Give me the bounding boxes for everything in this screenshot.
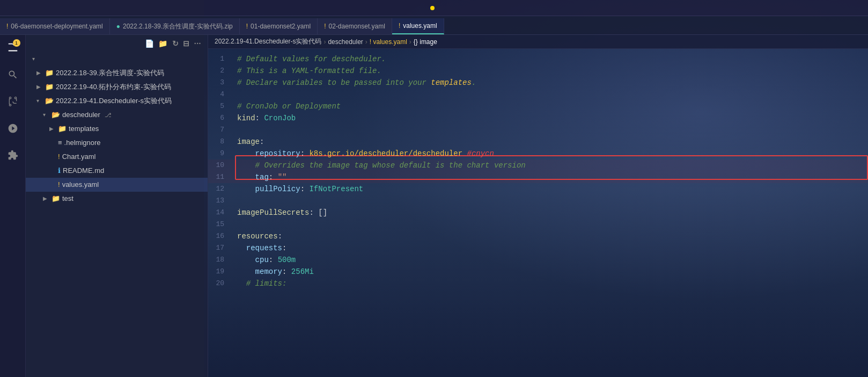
code-line-19: 19 memory: 256Mi	[208, 266, 868, 278]
tab-label: 02-daemonset.yaml	[329, 23, 385, 30]
bc-descheduler[interactable]: descheduler	[328, 38, 363, 46]
tab-label: 2022.2.18-39.亲合性调度-实验代码.zip	[123, 22, 233, 31]
new-folder-icon[interactable]: 📁	[158, 39, 168, 48]
code-line-16: 16 resources:	[208, 230, 868, 242]
refresh-icon[interactable]: ↻	[172, 39, 179, 48]
tab-bar: !06-daemonset-deployment.yaml●2022.2.18-…	[0, 16, 868, 35]
ln-14: 14	[208, 207, 235, 219]
lc-12: pullPolicy: IfNotPresent	[235, 183, 868, 195]
tree-arrow-yaml: ▾	[32, 53, 39, 65]
code-line-3: 3 # Declare variables to be passed into …	[208, 77, 868, 89]
code-line-15: 15	[208, 219, 868, 230]
tree-label-chart: Chart.yaml	[62, 151, 96, 163]
more-icon[interactable]: ···	[194, 39, 201, 48]
tab-warn-icon: !	[246, 23, 248, 30]
tree-label-readme: README.md	[63, 165, 104, 177]
bc-sep-2: ›	[365, 38, 367, 46]
tab-tab1[interactable]: !06-daemonset-deployment.yaml	[0, 18, 110, 34]
code-line-13: 13	[208, 195, 868, 207]
folder-icon-2: 📁	[45, 81, 54, 93]
ln-3: 3	[208, 77, 235, 89]
tab-label: 01-daemonset2.yaml	[251, 23, 311, 30]
bc-folder[interactable]: 2022.2.19-41.Descheduler-s实验代码	[215, 37, 321, 46]
file-icon-chart: !	[58, 151, 60, 163]
file-icon-values: !	[58, 179, 60, 191]
tree-item-2[interactable]: ▶ 📁 2022.2.19-40.拓扑分布约束-实验代码	[26, 80, 208, 94]
tree-item-1[interactable]: ▶ 📁 2022.2.18-39.亲合性调度-实验代码	[26, 66, 208, 80]
tree-item-3[interactable]: ▾ 📂 2022.2.19-41.Descheduler-s实验代码	[26, 94, 208, 108]
ln-18: 18	[208, 254, 235, 266]
tab-label: 06-daemonset-deployment.yaml	[11, 23, 102, 30]
bc-values[interactable]: ! values.yaml	[370, 38, 407, 46]
tree-label-descheduler: descheduler	[62, 109, 100, 121]
activity-bar: 1	[0, 35, 26, 377]
lc-17: requests:	[235, 242, 868, 254]
tree-item-chart[interactable]: ▶ ! Chart.yaml	[26, 150, 208, 164]
code-line-8: 8 image:	[208, 136, 868, 148]
ln-11: 11	[208, 171, 235, 183]
main-area: 1	[0, 35, 868, 377]
ln-5: 5	[208, 100, 235, 112]
lc-16: resources:	[235, 230, 868, 242]
activity-debug[interactable]	[4, 120, 21, 137]
tree-item-test[interactable]: ▶ 📁 test	[26, 192, 208, 206]
sidebar-header: 📄 📁 ↻ ⊟ ···	[26, 35, 208, 52]
lc-1: # Default values for descheduler.	[235, 53, 868, 65]
tree-item-values[interactable]: ▶ ! values.yaml	[26, 178, 208, 192]
arrow-templates: ▶	[49, 123, 56, 135]
tab-tab4[interactable]: !02-daemonset.yaml	[318, 18, 392, 34]
lc-9: repository: k8s.gcr.io/descheduler/desch…	[235, 148, 868, 160]
lc-8: image:	[235, 136, 868, 148]
tree-item-helmignore[interactable]: ▶ ≡ .helmignore	[26, 136, 208, 150]
ln-9: 9	[208, 148, 235, 160]
tab-file-icon: ●	[116, 23, 120, 30]
tree-item-templates[interactable]: ▶ 📁 templates	[26, 122, 208, 136]
activity-extensions[interactable]	[4, 147, 21, 164]
arrow-test: ▶	[43, 193, 49, 205]
activity-git[interactable]	[4, 93, 21, 110]
code-line-11: 11 tag: ""	[208, 171, 868, 183]
title-bar	[0, 0, 868, 16]
file-icon-readme: ℹ	[58, 165, 61, 177]
collapse-icon[interactable]: ⊟	[183, 39, 190, 48]
code-line-12: 12 pullPolicy: IfNotPresent	[208, 183, 868, 195]
tree-item-descheduler[interactable]: ▾ 📂 descheduler ⎇	[26, 108, 208, 122]
lc-3: # Declare variables to be passed into yo…	[235, 77, 868, 89]
code-line-2: 2 # This is a YAML-formatted file.	[208, 65, 868, 77]
tab-label: values.yaml	[403, 22, 437, 30]
tree-label-test: test	[62, 193, 73, 205]
ln-17: 17	[208, 242, 235, 254]
tree-section-yaml[interactable]: ▾	[26, 52, 208, 66]
code-line-14: 14 imagePullSecrets: []	[208, 207, 868, 219]
ln-16: 16	[208, 230, 235, 242]
tab-tab5[interactable]: !values.yaml	[392, 18, 444, 34]
tree-item-readme[interactable]: ▶ ℹ README.md	[26, 164, 208, 178]
lc-14: imagePullSecrets: []	[235, 207, 868, 219]
descheduler-badge: ⎇	[105, 109, 112, 121]
tab-warn-icon: !	[6, 23, 8, 30]
tab-tab3[interactable]: !01-daemonset2.yaml	[240, 18, 318, 34]
activity-files[interactable]: 1	[4, 39, 21, 56]
ln-10: 10	[208, 160, 235, 171]
bc-image[interactable]: {} image	[414, 38, 437, 46]
ln-8: 8	[208, 136, 235, 148]
tab-tab2[interactable]: ●2022.2.18-39.亲合性调度-实验代码.zip	[110, 18, 240, 34]
activity-search[interactable]	[4, 66, 21, 83]
folder-icon-3: 📂	[45, 95, 54, 107]
code-line-17: 17 requests:	[208, 242, 868, 254]
tree-label-3: 2022.2.19-41.Descheduler-s实验代码	[56, 95, 172, 107]
code-line-9: 9 repository: k8s.gcr.io/descheduler/des…	[208, 148, 868, 160]
ln-1: 1	[208, 53, 235, 65]
ln-20: 20	[208, 278, 235, 289]
code-line-6: 6 kind: CronJob	[208, 112, 868, 124]
bc-sep-3: ›	[409, 38, 411, 46]
tab-warn-icon: !	[399, 22, 400, 30]
breadcrumb: 2022.2.19-41.Descheduler-s实验代码 › desched…	[208, 35, 868, 49]
ln-6: 6	[208, 112, 235, 124]
new-file-icon[interactable]: 📄	[145, 39, 155, 48]
lc-19: memory: 256Mi	[235, 266, 868, 278]
code-line-1: 1 # Default values for descheduler.	[208, 53, 868, 65]
editor-content[interactable]: 1 # Default values for descheduler. 2 # …	[208, 49, 868, 377]
ln-2: 2	[208, 65, 235, 77]
code-line-20: 20 # limits:	[208, 278, 868, 289]
